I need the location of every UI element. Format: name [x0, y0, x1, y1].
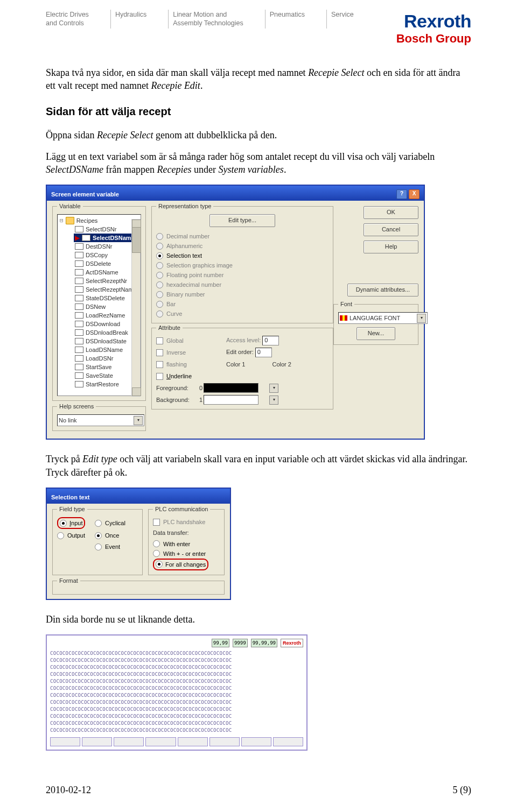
variable-icon [75, 260, 83, 267]
dialog-title: Selection text [51, 493, 90, 502]
tree-item[interactable]: StartSave [74, 363, 139, 371]
chevron-down-icon[interactable]: ▾ [417, 314, 426, 323]
label: Foreground: [156, 384, 199, 392]
radio-binary [156, 291, 163, 298]
variable-icon [75, 381, 83, 387]
radio-label: With enter [163, 539, 190, 549]
chevron-down-icon[interactable]: ▾ [269, 396, 278, 405]
folder-icon [66, 217, 74, 224]
variable-icon [75, 295, 83, 301]
radio-input[interactable] [60, 520, 67, 527]
radio-label: Floating point number [166, 270, 223, 280]
radio-with-enter[interactable] [153, 540, 160, 547]
titlebar[interactable]: Selection text [47, 489, 230, 504]
radio-label: Event [105, 542, 120, 552]
page-preview-panel: 99,99 9999 99,99,99 Rexroth COCOCOCOCOCO… [46, 634, 308, 751]
text-italic: Recepie Select [97, 130, 153, 140]
preview-button [273, 737, 303, 746]
preview-logo: Rexroth [281, 639, 303, 647]
tree-item[interactable]: DSDownload [74, 320, 139, 328]
tree-item[interactable]: ActDSName [74, 268, 139, 277]
help-button[interactable]: Help [364, 241, 418, 253]
variable-icon [75, 355, 83, 362]
checkbox-flashing [156, 361, 163, 368]
check-label: flashing [166, 359, 187, 369]
tree-item[interactable]: DSNew [74, 302, 139, 311]
help-icon[interactable]: ? [396, 189, 407, 199]
preview-data-line: COCOCOCOCOCOCOCOCOCOCOCOCOCOCOCOCOCOCOCO… [50, 727, 303, 734]
scroll-thumb[interactable] [132, 227, 141, 253]
tree-folder[interactable]: ⊟Recipes [59, 216, 139, 225]
tree-item[interactable]: StateDSDelete [74, 294, 139, 302]
preview-number: 9999 [233, 639, 248, 647]
font-select[interactable]: LANGUAGE FONT ▾ [338, 312, 428, 324]
tree-item[interactable]: DSCopy [74, 251, 139, 259]
edit-order-input[interactable]: 0 [255, 348, 272, 357]
variable-icon [75, 303, 83, 310]
radio-with-plus[interactable] [153, 550, 160, 557]
cancel-button[interactable]: Cancel [364, 223, 418, 236]
tree-item[interactable]: StartRestore [74, 380, 139, 389]
groupbox-title: Font [338, 300, 354, 308]
tree-item[interactable]: DSDelete [74, 259, 139, 268]
tree-item[interactable]: DestDSNr [74, 242, 139, 251]
new-font-button[interactable]: New... [357, 327, 395, 340]
tree-item[interactable]: LoadRezName [74, 311, 139, 320]
preview-data-line: COCOCOCOCOCOCOCOCOCOCOCOCOCOCOCOCOCOCOCO… [50, 713, 303, 720]
preview-number: 99,99 [212, 639, 229, 647]
dynamic-attributes-button[interactable]: Dynamic attributes... [347, 284, 418, 296]
radio-once[interactable] [95, 532, 102, 539]
radio-cyclical[interactable] [95, 520, 102, 527]
label: Access level: [226, 337, 261, 343]
text: Lägg ut en text variabel som är så många… [46, 151, 435, 162]
preview-data-line: COCOCOCOCOCOCOCOCOCOCOCOCOCOCOCOCOCOCOCO… [50, 678, 303, 685]
radio-output[interactable] [57, 532, 64, 539]
ok-button[interactable]: OK [364, 206, 418, 219]
tree-item[interactable]: LoadDSName [74, 345, 139, 354]
radio-label: Input [69, 518, 82, 528]
label: Color 2 [272, 361, 291, 369]
paragraph: Lägg ut en text variabel som är så många… [46, 150, 471, 176]
groupbox-representation-type: Representation type Edit type... Decimal… [151, 206, 333, 323]
variable-icon [75, 269, 83, 276]
header-col: Service [326, 10, 375, 29]
tree-item[interactable]: ▶SelectDSName [74, 234, 139, 242]
radio-event[interactable] [95, 543, 102, 550]
titlebar[interactable]: Screen element variable ? X [47, 186, 424, 201]
variable-icon [75, 364, 83, 370]
scrollbar[interactable] [131, 219, 141, 397]
tree-item[interactable]: SelectRezeptName [74, 285, 139, 294]
tree-item[interactable]: LoadDSNr [74, 354, 139, 363]
help-screen-select[interactable]: No link ▾ [57, 414, 144, 426]
check-label: Global [166, 336, 184, 345]
background-swatch[interactable] [204, 395, 258, 405]
radio-label: hexadecimal number [166, 280, 221, 290]
chevron-down-icon[interactable]: ▾ [134, 416, 143, 425]
groupbox-title: Format [57, 577, 80, 585]
groupbox-title: Representation type [156, 202, 213, 210]
logo: Rexroth Bosch Group [396, 10, 471, 46]
tree-item[interactable]: DSDnloadBreak [74, 328, 139, 337]
text-italic: Recepie Edit [151, 80, 200, 91]
variable-icon [75, 278, 83, 284]
radio-label: Selection text [166, 251, 202, 260]
paragraph: Tryck på Edit type och välj att variabel… [46, 453, 471, 479]
foreground-swatch[interactable] [204, 383, 258, 393]
variable-tree[interactable]: ⊟RecipesSelectDSNr▶SelectDSNameDestDSNrD… [57, 214, 141, 396]
scroll-down-icon[interactable] [132, 387, 141, 396]
preview-button [50, 737, 80, 746]
tree-item[interactable]: SelectDSNr [74, 225, 139, 234]
tree-item[interactable]: SaveState [74, 371, 139, 380]
preview-button [114, 737, 144, 746]
checkbox-underline[interactable] [156, 373, 163, 380]
preview-data-line: COCOCOCOCOCOCOCOCOCOCOCOCOCOCOCOCOCOCOCO… [50, 657, 303, 664]
radio-for-all-changes[interactable] [156, 561, 163, 568]
tree-item[interactable]: DSDnloadState [74, 337, 139, 345]
flag-icon [340, 315, 347, 321]
edit-type-button[interactable]: Edit type... [209, 214, 275, 227]
close-icon[interactable]: X [409, 189, 420, 199]
radio-selection-text[interactable] [156, 252, 163, 259]
chevron-down-icon[interactable]: ▾ [269, 384, 278, 393]
tree-item[interactable]: SelectRezeptNr [74, 277, 139, 285]
radio-label: Selection graphics image [166, 260, 233, 270]
